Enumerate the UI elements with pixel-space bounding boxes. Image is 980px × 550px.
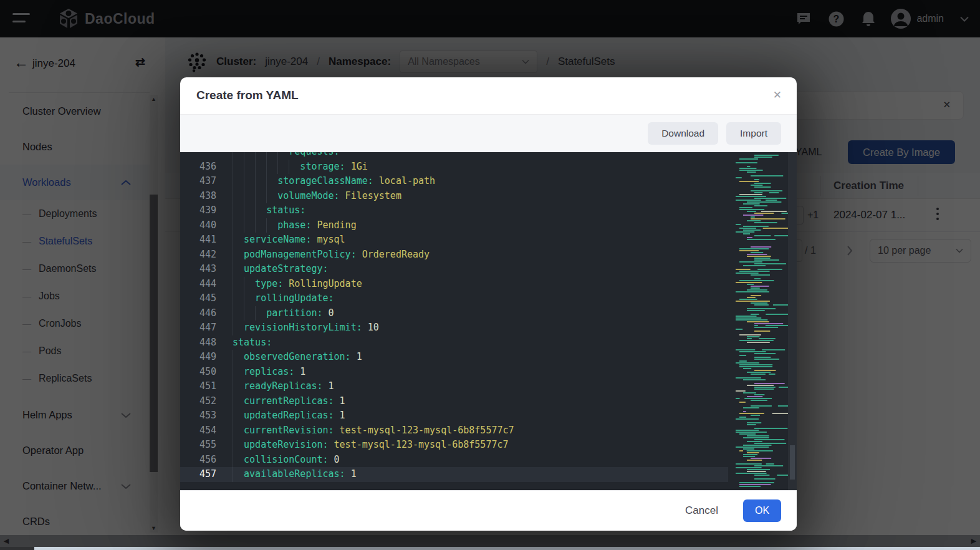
yaml-key: revisionHistoryLimit: <box>244 321 362 335</box>
yaml-value: OrderedReady <box>357 248 430 263</box>
yaml-key: podManagementPolicy: <box>244 248 357 263</box>
yaml-value: 1 <box>345 467 357 482</box>
cancel-button[interactable]: Cancel <box>681 504 722 518</box>
yaml-line-441[interactable]: 441serviceName: mysql <box>180 233 728 248</box>
indent-guides <box>233 408 244 423</box>
horizontal-scrollbar-thumb[interactable] <box>34 547 980 550</box>
scroll-left-arrow-icon[interactable]: ◀ <box>1 536 11 546</box>
yaml-line-450[interactable]: 450replicas: 1 <box>180 365 728 380</box>
yaml-key: availableReplicas: <box>244 467 345 482</box>
modal-close-icon[interactable]: ✕ <box>773 89 782 102</box>
line-content: status: <box>233 335 272 350</box>
line-number: 444 <box>180 277 216 292</box>
yaml-line-456[interactable]: 456collisionCount: 0 <box>180 453 728 468</box>
line-content: updatedReplicas: 1 <box>233 408 345 423</box>
indent-guides <box>233 394 244 409</box>
yaml-editor[interactable]: requests:436storage: 1Gi437storageClassN… <box>180 152 797 490</box>
line-content: storageClassName: local-path <box>233 174 435 189</box>
yaml-line-452[interactable]: 452currentReplicas: 1 <box>180 394 728 409</box>
line-number: 450 <box>180 365 216 380</box>
yaml-line-442[interactable]: 442podManagementPolicy: OrderedReady <box>180 248 728 263</box>
indent-guides <box>233 467 244 482</box>
import-button[interactable]: Import <box>726 122 781 145</box>
editor-minimap[interactable] <box>733 155 788 488</box>
line-number: 443 <box>180 262 216 277</box>
yaml-line-447[interactable]: 447revisionHistoryLimit: 10 <box>180 321 728 335</box>
yaml-line-444[interactable]: 444type: RollingUpdate <box>180 277 728 292</box>
editor-scrollbar-thumb[interactable] <box>790 445 795 480</box>
scroll-right-arrow-icon[interactable]: ▶ <box>969 536 979 546</box>
indent-guides <box>233 160 300 175</box>
indent-guides <box>233 306 266 321</box>
yaml-key: updateRevision: <box>244 438 328 453</box>
yaml-line-443[interactable]: 443updateStrategy: <box>180 262 728 277</box>
yaml-key: observedGeneration: <box>244 350 351 365</box>
yaml-key: serviceName: <box>244 233 311 248</box>
indent-guides <box>233 379 244 394</box>
line-number: 439 <box>180 203 216 218</box>
line-content: volumeMode: Filesystem <box>233 189 401 204</box>
yaml-line-439[interactable]: 439status: <box>180 203 728 218</box>
indent-guides <box>233 321 244 335</box>
yaml-key: rollingUpdate: <box>255 291 334 306</box>
yaml-key: updateStrategy: <box>244 262 328 277</box>
yaml-key: storage: <box>300 160 345 175</box>
yaml-value: local-path <box>373 174 435 189</box>
yaml-key: status: <box>233 335 272 350</box>
yaml-line-437[interactable]: 437storageClassName: local-path <box>180 174 728 189</box>
indent-guides <box>233 248 244 263</box>
yaml-value: 1 <box>351 350 362 365</box>
indent-guides <box>233 423 244 438</box>
download-button[interactable]: Download <box>648 122 718 145</box>
yaml-key: partition: <box>266 306 322 321</box>
line-number <box>180 152 216 160</box>
line-number: 453 <box>180 408 216 423</box>
indent-guides <box>233 174 277 189</box>
indent-guides <box>233 438 244 453</box>
line-content: collisionCount: 0 <box>233 453 340 468</box>
yaml-line-438[interactable]: 438volumeMode: Filesystem <box>180 189 728 204</box>
ok-button[interactable]: OK <box>743 499 781 522</box>
yaml-line-445[interactable]: 445rollingUpdate: <box>180 291 728 306</box>
line-number: 445 <box>180 291 216 306</box>
line-content: requests: <box>233 152 340 160</box>
line-number: 451 <box>180 379 216 394</box>
line-number: 437 <box>180 174 216 189</box>
yaml-line-446[interactable]: 446partition: 0 <box>180 306 728 321</box>
line-content: type: RollingUpdate <box>233 277 362 292</box>
yaml-line-454[interactable]: 454currentRevision: test-mysql-123-mysql… <box>180 423 728 438</box>
modal-title: Create from YAML <box>196 89 299 102</box>
yaml-value: mysql <box>311 233 345 248</box>
line-number: 441 <box>180 233 216 248</box>
yaml-value: 1 <box>334 394 345 409</box>
line-number: 456 <box>180 453 216 468</box>
yaml-line-436[interactable]: 436storage: 1Gi <box>180 160 728 175</box>
app-root: DaoCloud ? ad <box>0 0 980 550</box>
editor-scrollbar[interactable] <box>788 152 797 490</box>
modal-toolbar: Download Import <box>180 115 797 152</box>
yaml-line-448[interactable]: 448status: <box>180 335 728 350</box>
horizontal-scrollbar[interactable]: ◀ ▶ <box>0 535 980 550</box>
indent-guides <box>233 277 255 292</box>
yaml-line-449[interactable]: 449observedGeneration: 1 <box>180 350 728 365</box>
yaml-value: RollingUpdate <box>283 277 362 292</box>
indent-guides <box>233 189 277 204</box>
yaml-key: volumeMode: <box>277 189 339 204</box>
yaml-line-440[interactable]: 440phase: Pending <box>180 218 728 233</box>
indent-guides <box>233 291 255 306</box>
yaml-line-435[interactable]: requests: <box>180 152 728 160</box>
yaml-key: status: <box>266 203 305 218</box>
editor-code-area[interactable]: requests:436storage: 1Gi437storageClassN… <box>180 152 728 490</box>
yaml-line-455[interactable]: 455updateRevision: test-mysql-123-mysql-… <box>180 438 728 453</box>
yaml-key: phase: <box>277 218 311 233</box>
create-from-yaml-modal: Create from YAML ✕ Download Import reque… <box>180 77 797 531</box>
yaml-key: replicas: <box>244 365 294 380</box>
yaml-key: requests: <box>289 152 339 160</box>
yaml-key: updatedReplicas: <box>244 408 334 423</box>
line-content: phase: Pending <box>233 218 357 233</box>
yaml-line-457[interactable]: 457availableReplicas: 1 <box>180 467 728 482</box>
yaml-line-451[interactable]: 451readyReplicas: 1 <box>180 379 728 394</box>
yaml-line-453[interactable]: 453updatedReplicas: 1 <box>180 408 728 423</box>
line-content: replicas: 1 <box>233 365 305 380</box>
line-number: 449 <box>180 350 216 365</box>
